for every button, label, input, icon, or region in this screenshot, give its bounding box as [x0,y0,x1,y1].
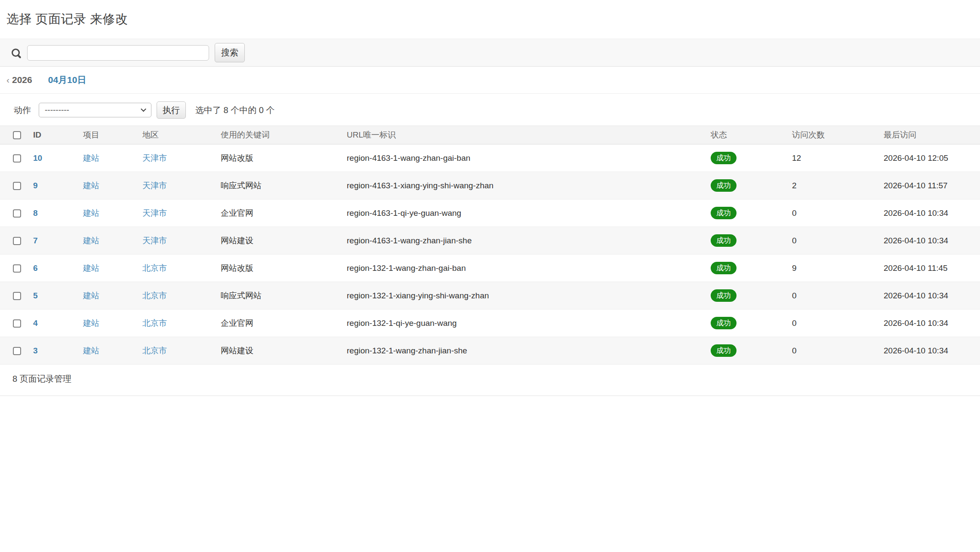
column-header-last-visit[interactable]: 最后访问 [884,126,980,144]
row-slug: region-4163-1-wang-zhan-jian-she [347,227,711,255]
row-last-visit: 2026-04-10 10:34 [884,310,980,337]
row-slug: region-132-1-wang-zhan-gai-ban [347,255,711,282]
row-keyword: 网站建设 [221,337,347,365]
row-project-link[interactable]: 建站 [83,346,99,355]
row-visits: 0 [792,282,884,310]
bottom-divider [0,396,980,396]
table-row: 7 建站 天津市 网站建设 region-4163-1-wang-zhan-ji… [0,227,980,255]
row-project-link[interactable]: 建站 [83,236,99,245]
row-last-visit: 2026-04-10 10:34 [884,227,980,255]
row-keyword: 网站改版 [221,255,347,282]
column-header-keyword[interactable]: 使用的关键词 [221,126,347,144]
row-checkbox[interactable] [13,237,21,245]
row-id-link[interactable]: 4 [33,319,38,328]
row-region-link[interactable]: 天津市 [142,153,167,163]
records-table: ID 项目 地区 使用的关键词 URL唯一标识 状态 访问次数 最后访问 10 … [0,126,980,365]
row-slug: region-4163-1-qi-ye-guan-wang [347,199,711,227]
row-id-link[interactable]: 9 [33,181,38,190]
row-id-link[interactable]: 7 [33,236,38,245]
table-row: 8 建站 天津市 企业官网 region-4163-1-qi-ye-guan-w… [0,199,980,227]
row-slug: region-132-1-xiang-ying-shi-wang-zhan [347,282,711,310]
row-project-link[interactable]: 建站 [83,153,99,163]
row-checkbox[interactable] [13,154,21,163]
row-region-link[interactable]: 北京市 [142,319,167,328]
table-row: 5 建站 北京市 响应式网站 region-132-1-xiang-ying-s… [0,282,980,310]
row-checkbox[interactable] [13,319,21,328]
row-checkbox[interactable] [13,209,21,218]
prev-year-link[interactable]: ‹2026 [6,75,32,85]
table-row: 10 建站 天津市 网站改版 region-4163-1-wang-zhan-g… [0,144,980,172]
row-visits: 0 [792,337,884,365]
search-bar: 搜索 [0,39,980,67]
row-project-link[interactable]: 建站 [83,264,99,273]
status-badge: 成功 [711,152,737,164]
table-row: 3 建站 北京市 网站建设 region-132-1-wang-zhan-jia… [0,337,980,365]
column-header-region[interactable]: 地区 [142,126,221,144]
row-id-link[interactable]: 10 [33,153,42,163]
row-checkbox[interactable] [13,347,21,355]
result-count: 8 页面记录管理 [0,365,980,385]
status-badge: 成功 [711,262,737,274]
search-button[interactable]: 搜索 [215,43,245,62]
column-header-slug[interactable]: URL唯一标识 [347,126,711,144]
row-region-link[interactable]: 天津市 [142,236,167,245]
row-last-visit: 2026-04-10 10:34 [884,282,980,310]
actions-label: 动作 [14,104,31,116]
selection-counter: 选中了 8 个中的 0 个 [195,104,274,116]
search-icon [12,49,20,57]
action-select-value: --------- [45,105,69,115]
row-visits: 0 [792,310,884,337]
row-checkbox[interactable] [13,264,21,273]
row-checkbox[interactable] [13,292,21,300]
table-row: 9 建站 天津市 响应式网站 region-4163-1-xiang-ying-… [0,172,980,199]
row-checkbox[interactable] [13,182,21,190]
column-header-visits[interactable]: 访问次数 [792,126,884,144]
row-project-link[interactable]: 建站 [83,291,99,300]
row-id-link[interactable]: 6 [33,264,38,273]
status-badge: 成功 [711,207,737,219]
row-keyword: 企业官网 [221,199,347,227]
row-visits: 12 [792,144,884,172]
row-last-visit: 2026-04-10 10:34 [884,337,980,365]
status-badge: 成功 [711,344,737,357]
row-slug: region-132-1-wang-zhan-jian-she [347,337,711,365]
row-visits: 0 [792,199,884,227]
row-project-link[interactable]: 建站 [83,181,99,190]
row-id-link[interactable]: 8 [33,209,38,218]
row-region-link[interactable]: 天津市 [142,209,167,218]
row-region-link[interactable]: 北京市 [142,291,167,300]
row-project-link[interactable]: 建站 [83,209,99,218]
select-all-checkbox[interactable] [13,131,21,139]
actions-bar: 动作 --------- 执行 选中了 8 个中的 0 个 [0,101,980,119]
column-header-status[interactable]: 状态 [711,126,792,144]
row-visits: 2 [792,172,884,199]
status-badge: 成功 [711,179,737,192]
row-region-link[interactable]: 天津市 [142,181,167,190]
status-badge: 成功 [711,234,737,247]
row-id-link[interactable]: 3 [33,346,38,355]
table-row: 6 建站 北京市 网站改版 region-132-1-wang-zhan-gai… [0,255,980,282]
column-header-id[interactable]: ID [33,126,83,144]
row-keyword: 网站改版 [221,144,347,172]
search-input[interactable] [27,45,209,61]
execute-button[interactable]: 执行 [157,101,186,119]
row-keyword: 网站建设 [221,227,347,255]
row-slug: region-4163-1-xiang-ying-shi-wang-zhan [347,172,711,199]
chevron-left-icon: ‹ [6,75,9,85]
row-keyword: 响应式网站 [221,172,347,199]
row-project-link[interactable]: 建站 [83,319,99,328]
current-date-link[interactable]: 04月10日 [48,74,86,86]
status-badge: 成功 [711,289,737,302]
date-hierarchy: ‹2026 04月10日 [0,67,980,94]
table-header-row: ID 项目 地区 使用的关键词 URL唯一标识 状态 访问次数 最后访问 [0,126,980,144]
row-slug: region-132-1-qi-ye-guan-wang [347,310,711,337]
row-keyword: 响应式网站 [221,282,347,310]
row-region-link[interactable]: 北京市 [142,264,167,273]
row-id-link[interactable]: 5 [33,291,38,300]
action-select[interactable]: --------- [39,103,151,117]
table-row: 4 建站 北京市 企业官网 region-132-1-qi-ye-guan-wa… [0,310,980,337]
row-region-link[interactable]: 北京市 [142,346,167,355]
row-visits: 9 [792,255,884,282]
column-header-project[interactable]: 项目 [83,126,142,144]
row-slug: region-4163-1-wang-zhan-gai-ban [347,144,711,172]
